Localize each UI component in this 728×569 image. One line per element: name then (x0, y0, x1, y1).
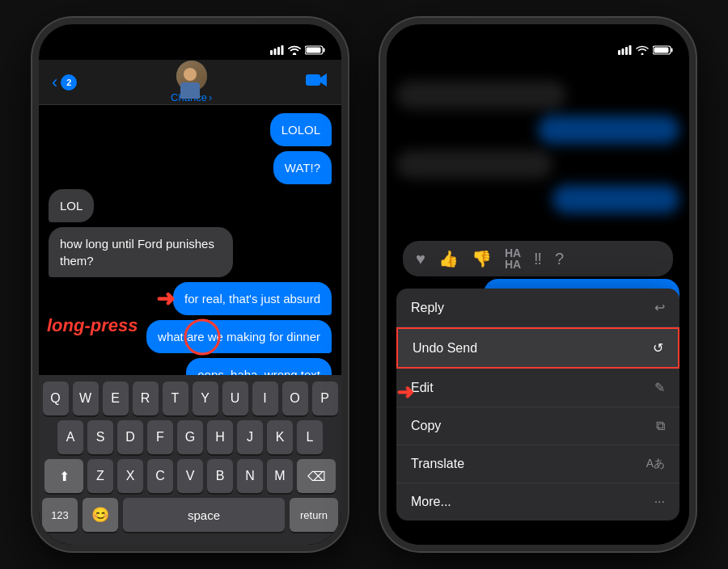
context-more[interactable]: More... ··· (396, 483, 679, 521)
back-badge: 2 (61, 74, 77, 91)
context-translate[interactable]: Translate Aあ (396, 445, 679, 483)
context-menu: Reply ↩ Undo Send ↺ Edit ✎ Copy ⧉ Transl… (396, 289, 679, 521)
svg-rect-0 (270, 50, 273, 55)
msg-bubble-lol[interactable]: LOL (49, 189, 94, 222)
annotation-arrow: ➜ (156, 285, 175, 312)
react-haha[interactable]: HAHA (505, 247, 521, 270)
keyboard[interactable]: Q W E R T Y U I O P A S D F G H J K L (39, 375, 341, 545)
key-z[interactable]: Z (87, 459, 113, 493)
main-container: ‹ 2 Chance › (0, 0, 728, 569)
context-copy[interactable]: Copy ⧉ (396, 407, 679, 445)
back-count: 2 (66, 78, 71, 87)
svg-rect-19 (654, 48, 669, 53)
key-n[interactable]: N (237, 459, 263, 493)
key-c[interactable]: C (147, 459, 173, 493)
avatar-image (176, 61, 207, 91)
context-edit[interactable]: Edit ✎ (396, 369, 679, 407)
blurred-top-messages (396, 73, 679, 234)
context-reply[interactable]: Reply ↩ (396, 289, 679, 327)
msg-bubble-dinner[interactable]: what are we making for dinner (146, 320, 332, 353)
key-l[interactable]: L (297, 420, 323, 454)
key-numbers[interactable]: 123 (42, 498, 78, 532)
key-u[interactable]: U (222, 381, 248, 415)
msg-bubble-ford[interactable]: how long until Ford punishes them? (49, 227, 233, 277)
context-undo-send[interactable]: Undo Send ↺ (396, 327, 679, 369)
nav-center[interactable]: Chance › (171, 61, 212, 103)
key-emoji[interactable]: 😊 (83, 498, 118, 532)
key-h[interactable]: H (207, 420, 233, 454)
msg-bubble-forreal[interactable]: for real, that's just absurd (173, 282, 332, 315)
msg-bubble-wat[interactable]: WAT!? (273, 151, 332, 184)
keyboard-row-4: 123 😊 space return (42, 498, 338, 532)
svg-rect-7 (307, 48, 321, 53)
key-i[interactable]: I (252, 381, 278, 415)
react-thumbsup[interactable]: 👍 (438, 249, 459, 268)
keyboard-row-3: ⬆ Z X C V B N M ⌫ (42, 459, 338, 493)
key-y[interactable]: Y (193, 381, 218, 415)
left-notch (138, 24, 243, 48)
key-b[interactable]: B (207, 459, 233, 493)
signal-icon (270, 45, 284, 55)
msg-text-dinner: what are we making for dinner (158, 330, 320, 344)
msg-row-forreal: for real, that's just absurd (49, 282, 332, 315)
context-translate-label: Translate (411, 457, 464, 471)
context-reply-label: Reply (411, 301, 444, 315)
back-button[interactable]: ‹ 2 (52, 72, 77, 93)
svg-rect-15 (629, 45, 632, 55)
video-call-button[interactable] (306, 72, 328, 92)
key-v[interactable]: V (177, 459, 203, 493)
svg-rect-1 (274, 48, 277, 55)
key-g[interactable]: G (177, 420, 203, 454)
key-f[interactable]: F (147, 420, 173, 454)
svg-rect-18 (671, 48, 673, 53)
key-q[interactable]: Q (43, 381, 69, 415)
key-x[interactable]: X (117, 459, 143, 493)
key-m[interactable]: M (267, 459, 293, 493)
react-exclaim[interactable]: ‼ (534, 250, 542, 268)
context-copy-label: Copy (411, 419, 441, 433)
avatar (176, 61, 207, 91)
msg-bubble-lolol[interactable]: LOLOL (270, 113, 332, 146)
key-j[interactable]: J (237, 420, 263, 454)
reply-icon: ↩ (654, 300, 665, 315)
key-s[interactable]: S (87, 420, 113, 454)
keyboard-row-2: A S D F G H J K L (42, 420, 338, 454)
react-thumbsdown[interactable]: 👎 (472, 249, 492, 268)
key-w[interactable]: W (73, 381, 99, 415)
key-return[interactable]: return (290, 498, 338, 532)
undo-icon: ↺ (653, 340, 663, 356)
avatar-head (184, 68, 197, 81)
svg-rect-3 (281, 45, 284, 55)
key-delete[interactable]: ⌫ (297, 459, 336, 493)
key-space[interactable]: space (123, 498, 285, 532)
keyboard-row-1: Q W E R T Y U I O P (42, 381, 338, 415)
reaction-bar[interactable]: ♥ 👍 👎 HAHA ‼ ? (403, 241, 673, 276)
key-r[interactable]: R (133, 381, 159, 415)
key-a[interactable]: A (57, 420, 83, 454)
key-shift[interactable]: ⬆ (44, 459, 83, 493)
svg-rect-8 (306, 74, 320, 86)
key-o[interactable]: O (282, 381, 308, 415)
circle-highlight (184, 318, 220, 355)
right-signal-icon (618, 45, 632, 55)
svg-point-16 (641, 53, 644, 56)
react-heart[interactable]: ♥ (416, 250, 425, 268)
react-question[interactable]: ? (555, 250, 564, 268)
back-chevron: ‹ (52, 72, 57, 93)
msg-text-lolol: LOLOL (281, 123, 320, 137)
svg-rect-2 (277, 47, 280, 55)
video-icon (306, 72, 328, 88)
key-k[interactable]: K (267, 420, 293, 454)
msg-text-wat: WAT!? (285, 161, 320, 175)
key-e[interactable]: E (103, 381, 129, 415)
right-phone: ♥ 👍 👎 HAHA ‼ ? what are we making for di… (380, 18, 696, 551)
wifi-icon (288, 45, 301, 55)
right-wifi-icon (636, 45, 649, 55)
key-d[interactable]: D (117, 420, 143, 454)
key-p[interactable]: P (312, 381, 338, 415)
context-more-label: More... (411, 495, 451, 509)
msg-row-lolol: LOLOL (49, 113, 332, 146)
right-battery-icon (653, 45, 673, 55)
key-t[interactable]: T (163, 381, 188, 415)
svg-rect-13 (622, 48, 624, 55)
